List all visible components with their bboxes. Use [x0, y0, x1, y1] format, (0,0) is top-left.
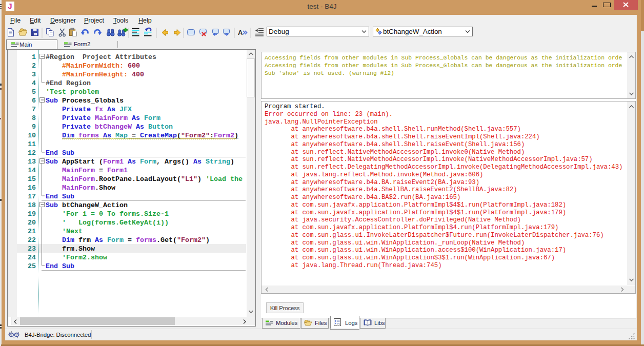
svg-text:A: A	[238, 29, 243, 36]
